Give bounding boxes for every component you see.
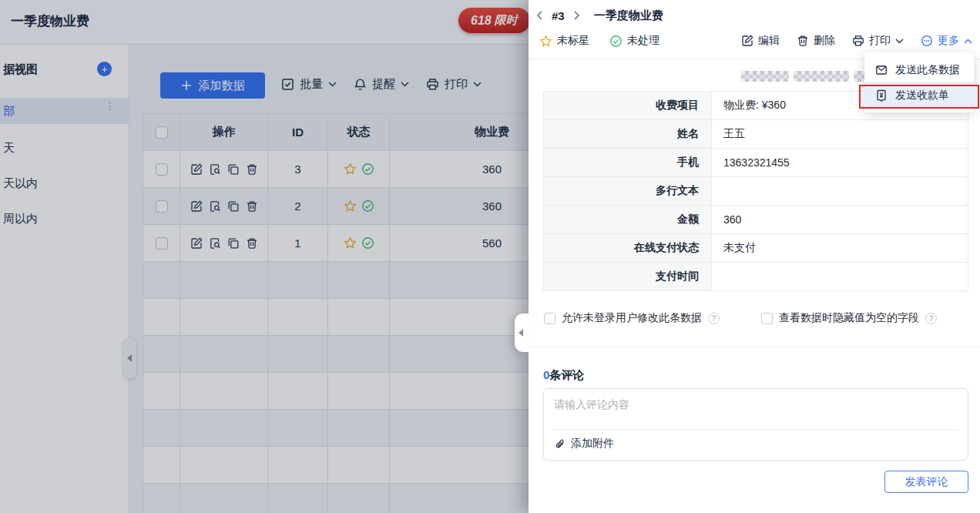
- field-row: 支付时间: [544, 263, 968, 291]
- hide-empty-fields-option: 查看数据时隐藏值为空的字段 ?: [761, 311, 937, 325]
- edit-icon: [741, 35, 753, 47]
- app-window: 一季度物业费 618 限时 据视图 + 部 ⋮ 天 天以内 周以内: [0, 0, 980, 513]
- edit-record-button[interactable]: 编辑: [741, 34, 780, 48]
- redacted-text: [741, 70, 880, 82]
- panel-collapse-handle[interactable]: [515, 314, 529, 352]
- record-title: 一季度物业费: [594, 8, 663, 23]
- comment-input[interactable]: [544, 389, 968, 429]
- comments-title: 0条评论: [543, 368, 584, 383]
- field-row: 手机13632321455: [544, 149, 968, 177]
- envelope-icon: [875, 64, 888, 76]
- more-circle-icon: [921, 35, 933, 47]
- record-id: #3: [552, 9, 565, 22]
- next-record-icon[interactable]: [572, 10, 582, 21]
- allow-anonymous-edit-option: 允许未登录用户修改此条数据 ?: [544, 311, 720, 325]
- add-attachment-button[interactable]: 添加附件: [544, 430, 968, 451]
- paperclip-icon: [554, 438, 566, 450]
- field-row: 在线支付状态未支付: [544, 234, 968, 263]
- allow-anonymous-edit-checkbox[interactable]: [544, 313, 555, 324]
- menu-item-send-data[interactable]: 发送此条数据: [864, 57, 974, 82]
- more-actions-menu: 发送此条数据 发送收款单: [864, 52, 974, 112]
- chevron-up-icon: [964, 39, 972, 44]
- divider: [529, 347, 980, 347]
- modal-dim-overlay[interactable]: [0, 0, 529, 513]
- menu-item-send-receipt[interactable]: 发送收款单: [864, 82, 974, 108]
- printer-icon: [852, 35, 864, 47]
- record-detail-panel: #3 一季度物业费 未标星 未处理 编辑 删除: [529, 0, 980, 513]
- field-row: 金额360: [544, 206, 968, 234]
- star-toggle[interactable]: 未标星: [539, 34, 589, 48]
- delete-icon: [797, 35, 809, 47]
- background-content: 一季度物业费 618 限时 据视图 + 部 ⋮ 天 天以内 周以内: [0, 0, 529, 513]
- chevron-down-icon: [895, 39, 904, 44]
- collapse-left-icon: [519, 329, 523, 337]
- help-icon[interactable]: ?: [925, 313, 937, 324]
- help-icon[interactable]: ?: [708, 313, 720, 324]
- record-status-row: 未标星 未处理: [539, 33, 673, 49]
- hide-empty-fields-checkbox[interactable]: [761, 313, 773, 324]
- comment-composer: 添加附件: [543, 388, 968, 461]
- process-toggle[interactable]: 未处理: [609, 34, 659, 48]
- delete-record-button[interactable]: 删除: [797, 34, 835, 48]
- field-row: 姓名王五: [544, 120, 968, 149]
- more-actions-button[interactable]: 更多: [921, 34, 972, 48]
- star-icon: [539, 35, 552, 48]
- record-actions: 编辑 删除 打印 更多: [741, 33, 972, 49]
- field-row: 多行文本: [544, 177, 968, 206]
- print-record-button[interactable]: 打印: [852, 34, 904, 48]
- record-options: 允许未登录用户修改此条数据 ? 查看数据时隐藏值为空的字段 ?: [544, 310, 937, 326]
- submit-comment-button[interactable]: 发表评论: [884, 471, 968, 493]
- record-field-table: 收费项目物业费: ¥360 姓名王五 手机13632321455 多行文本 金额…: [543, 91, 968, 291]
- prev-record-icon[interactable]: [535, 10, 544, 21]
- record-header: #3 一季度物业费: [535, 7, 663, 24]
- payment-receipt-icon: [875, 89, 888, 102]
- check-circle-icon: [609, 35, 623, 48]
